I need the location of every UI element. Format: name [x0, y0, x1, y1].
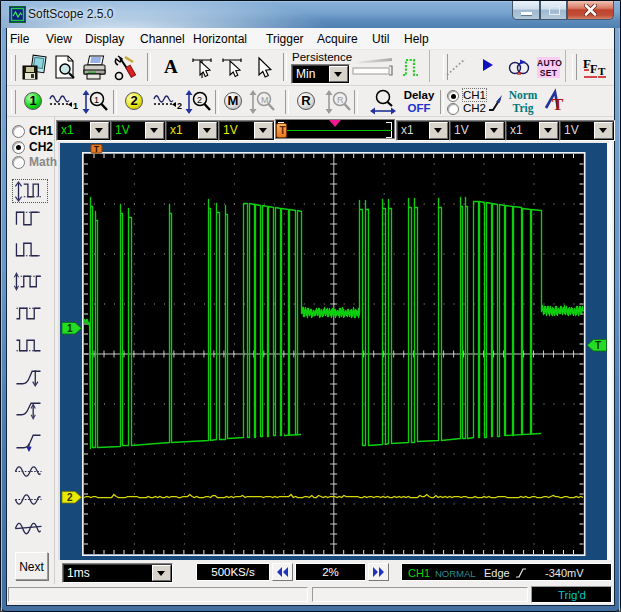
svg-text:T: T: [595, 340, 601, 351]
svg-text:T: T: [94, 144, 100, 154]
svg-text:2: 2: [67, 492, 73, 503]
svg-text:1: 1: [67, 323, 73, 334]
